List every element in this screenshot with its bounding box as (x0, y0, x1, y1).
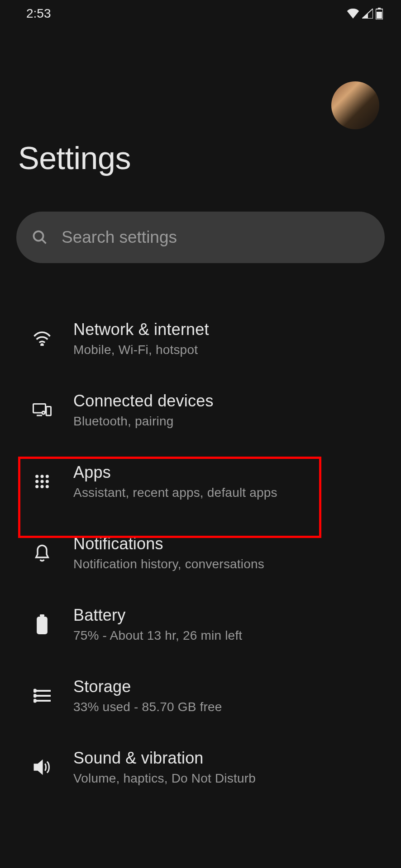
svg-line-4 (42, 240, 46, 244)
item-text: Network & internet Mobile, Wi-Fi, hotspo… (73, 320, 209, 357)
item-title: Connected devices (73, 392, 214, 410)
svg-point-24 (34, 690, 36, 692)
item-subtitle: Notification history, conversations (73, 557, 264, 571)
status-icons (347, 8, 383, 19)
profile-avatar[interactable] (331, 81, 379, 129)
svg-point-18 (46, 485, 49, 488)
item-text: Storage 33% used - 85.70 GB free (73, 677, 222, 714)
bell-icon (33, 543, 52, 562)
item-subtitle: Volume, haptics, Do Not Disturb (73, 771, 256, 786)
svg-point-17 (40, 485, 43, 488)
svg-point-15 (46, 480, 49, 483)
item-title: Sound & vibration (73, 749, 256, 768)
item-title: Storage (73, 677, 222, 696)
settings-item-storage[interactable]: Storage 33% used - 85.70 GB free (0, 660, 401, 731)
svg-point-3 (34, 231, 43, 241)
settings-item-notifications[interactable]: Notifications Notification history, conv… (0, 517, 401, 589)
search-bar[interactable]: Search settings (16, 212, 385, 263)
item-text: Battery 75% - About 13 hr, 26 min left (73, 606, 242, 643)
search-icon (32, 229, 48, 245)
page-title: Settings (18, 140, 383, 176)
item-title: Network & internet (73, 320, 209, 339)
settings-item-apps[interactable]: Apps Assistant, recent apps, default app… (0, 446, 401, 517)
settings-item-connected-devices[interactable]: Connected devices Bluetooth, pairing (0, 374, 401, 446)
item-subtitle: Mobile, Wi-Fi, hotspot (73, 343, 209, 357)
item-subtitle: Assistant, recent apps, default apps (73, 486, 277, 500)
search-placeholder: Search settings (62, 228, 177, 247)
svg-point-10 (35, 475, 38, 478)
settings-item-sound[interactable]: Sound & vibration Volume, haptics, Do No… (0, 731, 401, 803)
svg-point-25 (34, 695, 36, 697)
item-text: Notifications Notification history, conv… (73, 534, 264, 571)
wifi-icon (33, 329, 52, 348)
item-text: Apps Assistant, recent apps, default app… (73, 463, 277, 500)
item-text: Connected devices Bluetooth, pairing (73, 392, 214, 429)
svg-rect-2 (377, 12, 382, 19)
svg-point-14 (40, 480, 43, 483)
battery-icon (33, 615, 52, 634)
svg-point-16 (35, 485, 38, 488)
item-text: Sound & vibration Volume, haptics, Do No… (73, 749, 256, 786)
item-title: Apps (73, 463, 277, 482)
signal-status-icon (362, 9, 373, 19)
storage-icon (33, 686, 52, 705)
item-subtitle: 33% used - 85.70 GB free (73, 700, 222, 714)
item-title: Notifications (73, 534, 264, 553)
svg-rect-19 (40, 614, 44, 617)
svg-point-26 (34, 700, 36, 702)
item-title: Battery (73, 606, 242, 625)
sound-icon (33, 758, 52, 777)
status-time: 2:53 (26, 6, 51, 21)
settings-list: Network & internet Mobile, Wi-Fi, hotspo… (0, 303, 401, 803)
apps-icon (33, 472, 52, 491)
devices-icon (33, 401, 52, 420)
svg-point-13 (35, 480, 38, 483)
svg-rect-20 (37, 617, 48, 634)
header-area: Settings (0, 27, 401, 176)
item-subtitle: Bluetooth, pairing (73, 414, 214, 429)
status-bar: 2:53 (0, 0, 401, 27)
item-subtitle: 75% - About 13 hr, 26 min left (73, 628, 242, 643)
svg-point-9 (42, 411, 45, 414)
svg-point-5 (41, 344, 43, 346)
settings-item-battery[interactable]: Battery 75% - About 13 hr, 26 min left (0, 589, 401, 660)
svg-rect-8 (46, 407, 51, 416)
wifi-status-icon (347, 9, 359, 19)
settings-item-network[interactable]: Network & internet Mobile, Wi-Fi, hotspo… (0, 303, 401, 374)
svg-point-11 (40, 475, 43, 478)
svg-point-12 (46, 475, 49, 478)
battery-status-icon (376, 8, 383, 19)
